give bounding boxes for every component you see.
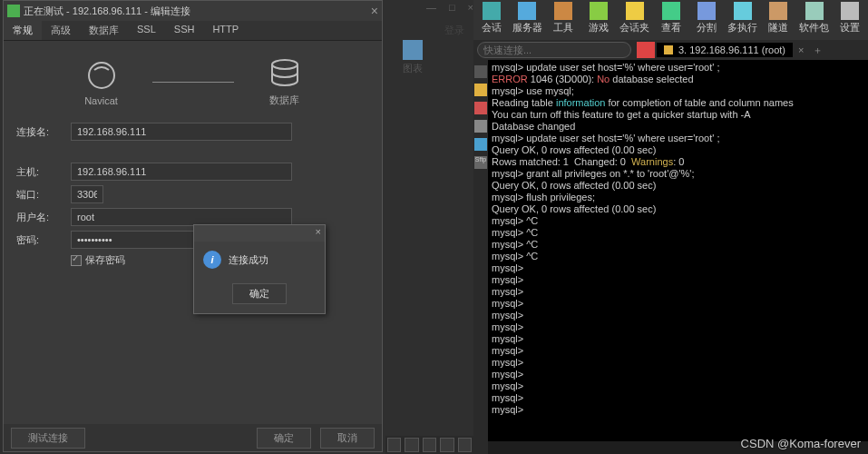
test-connection-button[interactable]: 测试连接: [11, 428, 85, 449]
cancel-button[interactable]: 取消: [320, 428, 375, 449]
toolbar-icon: [518, 2, 536, 20]
side-star-icon[interactable]: [474, 84, 487, 96]
tab-数据库[interactable]: 数据库: [80, 21, 128, 40]
dialog-title: 正在测试 - 192.168.96.111 - 编辑连接: [24, 5, 190, 18]
side-icon-5[interactable]: [474, 138, 487, 151]
tab-常规[interactable]: 常规: [4, 21, 42, 40]
dialog-footer: 测试连接 确定 取消: [4, 424, 382, 451]
input-conn-name[interactable]: [71, 123, 292, 141]
toolbar-设置[interactable]: 设置: [832, 0, 868, 40]
status-bar: [385, 436, 473, 454]
minimize-icon[interactable]: —: [426, 2, 436, 13]
connection-graphic: Navicat 数据库: [4, 57, 382, 107]
input-host[interactable]: [71, 163, 292, 181]
toolbar-icon: [590, 2, 608, 20]
tab-高级[interactable]: 高级: [42, 21, 80, 40]
view-icon-5[interactable]: [458, 438, 472, 452]
view-icon-2[interactable]: [405, 438, 418, 452]
input-user[interactable]: [71, 208, 292, 226]
chart-icon: [403, 40, 423, 60]
home-icon[interactable]: [637, 42, 655, 58]
svg-point-1: [272, 60, 297, 69]
terminal-output[interactable]: mysql> update user set host='%' where us…: [488, 60, 868, 441]
side-sftp-icon[interactable]: Sftp: [474, 156, 487, 169]
chart-shortcut[interactable]: 图表: [403, 40, 423, 75]
label-user: 用户名:: [16, 211, 71, 224]
tab-close-icon[interactable]: ×: [798, 44, 804, 55]
checkbox-icon: [71, 255, 82, 266]
app-icon: [7, 5, 20, 17]
toolbar-会话夹[interactable]: 会话夹: [617, 0, 653, 40]
login-link[interactable]: 登录: [444, 24, 464, 37]
side-icon-1[interactable]: [474, 65, 487, 78]
label-port: 端口:: [16, 188, 71, 202]
tab-HTTP[interactable]: HTTP: [203, 21, 248, 40]
toolbar-icon: [769, 2, 787, 20]
toolbar-多执行[interactable]: 多执行: [725, 0, 761, 40]
navicat-app: — □ × 登录 图表 正在测试 - 192.168.96.111 - 编辑连接…: [0, 0, 473, 454]
database-icon: 数据库: [267, 57, 303, 107]
side-icon-3[interactable]: [474, 102, 487, 114]
dialog-close-icon[interactable]: ×: [371, 4, 378, 18]
connector-line: [152, 82, 234, 83]
side-icon-4[interactable]: [474, 120, 487, 133]
toolbar-icon: [697, 2, 716, 20]
view-icon-4[interactable]: [440, 438, 454, 452]
view-icon-3[interactable]: [423, 438, 436, 452]
message-close-icon[interactable]: ×: [316, 226, 321, 237]
toolbar-查看[interactable]: 查看: [653, 0, 689, 40]
toolbar-icon: [483, 2, 501, 20]
message-text: 连接成功: [229, 253, 268, 267]
toolbar-icon: [805, 2, 824, 20]
message-ok-button[interactable]: 确定: [232, 283, 287, 304]
quick-connect-input[interactable]: [477, 42, 631, 58]
terminal-icon: [664, 45, 673, 54]
tab-SSL[interactable]: SSL: [128, 21, 165, 40]
label-host: 主机:: [16, 165, 71, 179]
tab-SSH[interactable]: SSH: [165, 21, 204, 40]
maximize-icon[interactable]: □: [449, 2, 455, 13]
terminal-app: 会话服务器工具游戏会话夹查看分割多执行隧道软件包设置 3. 192.168.96…: [473, 0, 868, 454]
input-port[interactable]: [71, 185, 103, 203]
toolbar-会话[interactable]: 会话: [473, 0, 510, 40]
toolbar-游戏[interactable]: 游戏: [581, 0, 618, 40]
session-tab[interactable]: 3. 192.168.96.111 (root): [657, 43, 793, 57]
toolbar-icon: [841, 2, 859, 20]
main-toolbar: 会话服务器工具游戏会话夹查看分割多执行隧道软件包设置: [473, 0, 868, 40]
dialog-titlebar[interactable]: 正在测试 - 192.168.96.111 - 编辑连接 ×: [4, 1, 382, 21]
watermark: CSDN @Koma-forever: [741, 437, 861, 450]
toolbar-icon: [662, 2, 680, 20]
toolbar-工具[interactable]: 工具: [545, 0, 581, 40]
toolbar-服务器[interactable]: 服务器: [510, 0, 546, 40]
toolbar-icon: [734, 2, 752, 20]
tab-bar: 3. 192.168.96.111 (root) × ＋: [473, 40, 868, 60]
navicat-icon: Navicat: [83, 59, 120, 106]
toolbar-软件包[interactable]: 软件包: [796, 0, 833, 40]
view-icon-1[interactable]: [387, 438, 401, 452]
ok-button[interactable]: 确定: [257, 428, 311, 449]
info-icon: i: [203, 251, 221, 269]
tab-add-icon[interactable]: ＋: [813, 44, 823, 57]
session-tab-label: 3. 192.168.96.111 (root): [678, 44, 785, 55]
message-dialog: × i 连接成功 确定: [193, 224, 326, 314]
input-password[interactable]: [71, 231, 205, 249]
label-pass: 密码:: [16, 233, 71, 247]
toolbar-icon: [554, 2, 572, 20]
toolbar-隧道[interactable]: 隧道: [760, 0, 796, 40]
terminal-sidebar: Sftp: [473, 60, 488, 454]
chart-label: 图表: [403, 62, 423, 75]
toolbar-分割[interactable]: 分割: [688, 0, 725, 40]
message-titlebar[interactable]: ×: [194, 225, 325, 242]
label-name: 连接名:: [16, 125, 71, 139]
toolbar-icon: [626, 2, 644, 20]
dialog-tabs: 常规高级数据库SSLSSHHTTP: [4, 21, 382, 41]
